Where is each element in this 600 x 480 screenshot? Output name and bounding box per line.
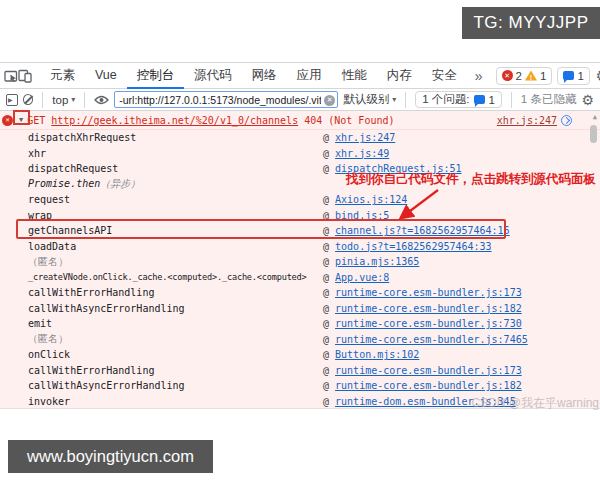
tab-elements[interactable]: 元素	[40, 63, 85, 89]
network-request-icon[interactable]	[561, 115, 572, 126]
stack-frame-row: dispatchXhrRequest@ xhr.js:247	[0, 130, 600, 146]
stack-frame-location: @ runtime-core.esm-bundler.js:173	[323, 287, 600, 298]
source-file-link[interactable]: runtime-core.esm-bundler.js:182	[335, 303, 522, 314]
stack-frame-function: onClick	[28, 349, 323, 360]
stack-frame-function: invoker	[28, 396, 323, 407]
source-file-link[interactable]: xhr.js:247	[335, 132, 395, 143]
source-file-link[interactable]: App.vue:8	[335, 272, 389, 283]
more-tabs-icon[interactable]: »	[467, 68, 491, 84]
warning-count: 1	[540, 70, 546, 82]
play-glyph: ▶	[8, 96, 13, 103]
inspect-element-icon[interactable]	[4, 64, 18, 88]
stack-frame-function: callWithAsyncErrorHandling	[28, 303, 323, 314]
error-source-link[interactable]: xhr.js:247	[497, 115, 557, 126]
live-expression-eye-icon[interactable]	[94, 95, 109, 105]
stack-frame-function: callWithAsyncErrorHandling	[28, 380, 323, 391]
telegram-watermark: TG: MYYJJPP	[462, 7, 600, 39]
source-file-link[interactable]: runtime-core.esm-bundler.js:7465	[335, 334, 528, 345]
stack-frame-function: callWithErrorHandling	[28, 365, 323, 376]
context-selector[interactable]: top ▾	[52, 94, 75, 106]
source-file-link[interactable]: runtime-core.esm-bundler.js:173	[335, 287, 522, 298]
screenshot-page: TG: MYYJJPP 元素 Vue 控制台 源代码 网络	[0, 0, 600, 480]
clear-console-icon[interactable]	[23, 94, 33, 105]
source-file-link[interactable]: xhr.js:49	[335, 148, 389, 159]
csdn-watermark: CSDN @我在乎warning	[471, 395, 599, 412]
console-error-message: ✕ ▼ GET http://geek.itheima.net/%20/v1_0…	[0, 111, 600, 130]
source-file-link[interactable]: pinia.mjs:1365	[335, 256, 419, 267]
annotation-text: 找到你自己代码文件，点击跳转到源代码面板	[346, 171, 596, 188]
stack-frame-row: callWithAsyncErrorHandling@ runtime-core…	[0, 378, 600, 394]
error-text: GET http://geek.itheima.net/%20/v1_0/cha…	[27, 115, 394, 126]
site-watermark: www.boyingtiyucn.com	[8, 440, 213, 473]
settings-gear-icon[interactable]: ⚙	[596, 64, 600, 88]
stack-frame-location: @ todo.js?t=1682562957464:33	[323, 241, 600, 252]
request-url-link[interactable]: http://geek.itheima.net/%20/v1_0/channel…	[51, 115, 298, 126]
stack-frame-row: （匿名）@ pinia.mjs:1365	[0, 254, 600, 270]
console-sidebar-icon[interactable]: ▶	[6, 94, 18, 106]
clear-filter-icon[interactable]: ✕	[324, 95, 335, 106]
source-file-link[interactable]: todo.js?t=1682562957464:33	[335, 241, 492, 252]
tab-vue[interactable]: Vue	[85, 63, 127, 89]
source-file-link[interactable]: Button.mjs:102	[335, 349, 419, 360]
issues-label: 1 个问题:	[422, 92, 469, 107]
stack-frame-row: loadData@ todo.js?t=1682562957464:33	[0, 239, 600, 255]
divider	[405, 92, 406, 108]
stack-frame-function: （匿名）	[28, 255, 323, 269]
console-settings-gear-icon[interactable]: ⚙	[581, 92, 594, 108]
log-levels-label: 默认级别	[343, 92, 389, 107]
source-file-link[interactable]: Axios.js:124	[335, 194, 407, 205]
gear-glyph: ⚙	[596, 67, 600, 85]
gear-glyph: ⚙	[581, 92, 594, 108]
stack-frame-function: emit	[28, 318, 323, 329]
stack-frame-suffix: （异步）	[100, 178, 140, 189]
device-toolbar-icon[interactable]	[18, 64, 32, 88]
log-levels-selector[interactable]: 默认级别 ▾	[343, 92, 396, 107]
issues-badge[interactable]: 1	[557, 67, 589, 85]
tab-network[interactable]: 网络	[242, 63, 287, 89]
stack-frame-location: @ Button.mjs:102	[323, 349, 600, 360]
issues-counter[interactable]: 1 个问题: 1	[415, 91, 502, 108]
stack-frame-location: @ App.vue:8	[323, 272, 600, 283]
annotation-box-expand-arrow	[13, 110, 30, 125]
stack-frame-location: @ runtime-core.esm-bundler.js:182	[323, 380, 600, 391]
stack-frame-location: @ xhr.js:49	[323, 148, 600, 159]
hidden-messages-note: 1 条已隐藏	[521, 92, 577, 107]
error-source: xhr.js:247	[497, 115, 600, 126]
stack-frame-function: loadData	[28, 241, 323, 252]
annotation-box-getchannels-row	[16, 219, 506, 239]
stack-frame-row: callWithAsyncErrorHandling@ runtime-core…	[0, 301, 600, 317]
divider	[42, 92, 43, 108]
stack-frame-row: emit@ runtime-core.esm-bundler.js:730	[0, 316, 600, 332]
stack-frame-location: @ runtime-core.esm-bundler.js:173	[323, 365, 600, 376]
scrollbar-up-icon[interactable]: ▲	[593, 113, 597, 121]
stack-frame-function: request	[28, 194, 323, 205]
tab-application[interactable]: 应用	[287, 63, 332, 89]
issues-count: 1	[489, 94, 495, 106]
scrollbar-thumb[interactable]	[590, 125, 597, 143]
tab-performance[interactable]: 性能	[332, 63, 377, 89]
tab-console[interactable]: 控制台	[127, 63, 185, 89]
stack-frame-row: （匿名）@ runtime-core.esm-bundler.js:7465	[0, 332, 600, 348]
telegram-watermark-text: TG: MYYJJPP	[473, 13, 588, 33]
warning-icon: !	[525, 71, 537, 81]
tab-security[interactable]: 安全	[422, 63, 467, 89]
divider	[511, 92, 512, 108]
source-file-link[interactable]: runtime-core.esm-bundler.js:730	[335, 318, 522, 329]
chevron-down-icon: ▾	[71, 95, 75, 104]
devtools-tabbar: 元素 Vue 控制台 源代码 网络 应用 性能 内存 安全 » ✕ 2 ! 1 …	[0, 63, 600, 89]
stack-frame-function: Promise.then（异步）	[28, 177, 323, 191]
tab-sources[interactable]: 源代码	[184, 63, 242, 89]
error-warning-badge[interactable]: ✕ 2 ! 1	[496, 67, 553, 85]
source-file-link[interactable]: runtime-core.esm-bundler.js:182	[335, 380, 522, 391]
stack-frame-row: onClick@ Button.mjs:102	[0, 347, 600, 363]
stack-frame-row: _createVNode.onClick._cache.<computed>._…	[0, 270, 600, 286]
stack-frame-function: _createVNode.onClick._cache.<computed>._…	[28, 272, 323, 282]
issues-bubble-icon	[563, 71, 574, 80]
source-file-link[interactable]: runtime-core.esm-bundler.js:173	[335, 365, 522, 376]
error-icon: ✕	[2, 115, 13, 126]
tab-memory[interactable]: 内存	[377, 63, 422, 89]
stack-frame-location: @ runtime-core.esm-bundler.js:182	[323, 303, 600, 314]
chevron-down-icon: ▾	[392, 95, 396, 104]
console-filter-input[interactable]	[115, 92, 337, 107]
stack-frame-row: callWithErrorHandling@ runtime-core.esm-…	[0, 363, 600, 379]
